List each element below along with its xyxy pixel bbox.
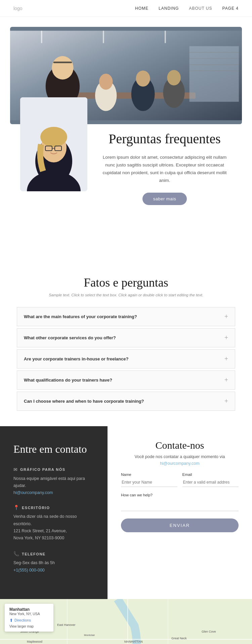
contact-phone-link[interactable]: +1(555) 000-000 (13, 568, 45, 573)
svg-rect-15 (190, 46, 239, 102)
directions-icon: ⬆ (9, 618, 13, 623)
svg-text:Great Neck: Great Neck (171, 637, 187, 640)
message-textarea[interactable] (121, 498, 239, 511)
hero-title: Perguntas frequentes (97, 131, 232, 147)
name-input[interactable] (121, 478, 177, 487)
faq-question-0: What are the main features of your corpo… (24, 314, 137, 319)
faq-title: Fatos e perguntas (17, 276, 235, 290)
submit-button[interactable]: ENVIAR (121, 518, 239, 532)
svg-point-12 (136, 70, 150, 87)
contact-left-title: Entre em contato (13, 443, 94, 455)
svg-point-10 (99, 73, 113, 90)
faq-plus-icon-2: + (224, 355, 228, 363)
contact-email-field: Email (182, 473, 239, 487)
name-label: Name (121, 473, 177, 477)
contact-right-title: Contate-nos (121, 440, 239, 451)
faq-question-3: What qualifications do your trainers hav… (24, 378, 112, 383)
contact-phone-text: Seg-Sex das 8h às 5h (13, 559, 94, 566)
nav-landing[interactable]: LANDING (159, 6, 179, 11)
faq-plus-icon-4: + (224, 397, 228, 405)
contact-email-text: Nossa equipe amigável está aqui para aju… (13, 475, 94, 490)
contact-phone-label: TELEFONE (22, 552, 46, 556)
contact-email-link[interactable]: hi@ourcompany.com (13, 490, 53, 495)
map-section: South Orange Maplewood East Hanover Mont… (0, 599, 252, 644)
faq-plus-icon-1: + (224, 334, 228, 342)
email-label: Email (182, 473, 239, 477)
logo: logo (13, 6, 22, 11)
contact-block-email: ✉ GRÁFICO PARA NÓS Nossa equipe amigável… (13, 467, 94, 496)
faq-item-3[interactable]: What qualifications do your trainers hav… (17, 370, 235, 390)
faq-plus-icon-3: + (224, 376, 228, 384)
svg-text:Glen Cove: Glen Cove (202, 630, 216, 633)
directions-row: ⬆ Directions (9, 618, 49, 623)
email-icon: ✉ (13, 467, 17, 473)
contact-email-label: GRÁFICO PARA NÓS (20, 467, 66, 472)
hero-section: Perguntas frequentes Lorem ipsum dolor s… (0, 17, 252, 242)
contact-block-office: 📍 ESCRITÓRIO Venha dizer olá na sede do … (13, 505, 94, 542)
nav-about[interactable]: ABOUT US (189, 6, 212, 11)
svg-rect-4 (165, 31, 166, 43)
svg-text:East Hanover: East Hanover (57, 623, 76, 627)
view-larger-map[interactable]: View larger map (9, 625, 49, 628)
contact-message-block: How can we help? (121, 492, 239, 512)
svg-text:MANHATTAN: MANHATTAN (124, 640, 143, 643)
message-label: How can we help? (121, 493, 153, 497)
location-icon: 📍 (13, 505, 19, 510)
faq-question-1: What other corporate services do you off… (24, 335, 116, 340)
nav-home[interactable]: HOME (135, 6, 149, 11)
map-pin-title: Manhattan (9, 607, 49, 612)
directions-label[interactable]: Directions (14, 618, 31, 622)
svg-point-7 (52, 56, 73, 80)
email-input[interactable] (182, 478, 239, 487)
contact-form-name-email-row: Name Email (121, 473, 239, 487)
faq-item-2[interactable]: Are your corporate trainers in-house or … (17, 349, 235, 368)
svg-rect-8 (53, 62, 72, 63)
hero-description: Lorem ipsum dolor sit amet, consectetur … (97, 154, 232, 185)
faq-subtitle: Sample text. Click to select the text bo… (17, 293, 235, 297)
contact-block-phone: 📞 TELEFONE Seg-Sex das 8h às 5h +1(555) … (13, 551, 94, 573)
contact-right-panel: Contate-nos Você pode nos contatar a qua… (108, 426, 252, 599)
phone-icon: 📞 (13, 551, 19, 557)
contact-office-label: ESCRITÓRIO (22, 506, 50, 510)
contact-right-email[interactable]: hi@ourcompany.com (121, 461, 239, 466)
contact-office-text: Venha dizer olá na sede do nosso escritó… (13, 513, 94, 542)
hero-portrait (20, 97, 87, 191)
faq-question-4: Can I choose where and when to have corp… (24, 399, 144, 404)
contact-left-panel: Entre em contato ✉ GRÁFICO PARA NÓS Noss… (0, 426, 108, 599)
svg-rect-3 (103, 31, 104, 43)
hero-button[interactable]: saber mais (142, 193, 187, 205)
map-pin-card: Manhattan New York, NY, USA ⬆ Directions… (5, 604, 53, 632)
faq-item-0[interactable]: What are the main features of your corpo… (17, 307, 235, 326)
svg-point-14 (167, 70, 180, 85)
faq-plus-icon-0: + (224, 313, 228, 320)
contact-name-field: Name (121, 473, 177, 487)
faq-item-4[interactable]: Can I choose where and when to have corp… (17, 392, 235, 411)
svg-point-24 (40, 127, 67, 147)
faq-question-2: Are your corporate trainers in-house or … (24, 356, 128, 361)
nav-links: HOME LANDING ABOUT US PAGE 4 (135, 6, 239, 11)
svg-text:Maplewood: Maplewood (27, 640, 42, 643)
map-pin-location: New York, NY, USA (9, 612, 49, 616)
svg-rect-2 (41, 31, 42, 43)
contact-section: Entre em contato ✉ GRÁFICO PARA NÓS Noss… (0, 426, 252, 599)
contact-right-subtitle: Você pode nos contatar a qualquer moment… (121, 454, 239, 459)
faq-item-1[interactable]: What other corporate services do you off… (17, 328, 235, 347)
nav-page4[interactable]: PAGE 4 (222, 6, 239, 11)
faq-section: Fatos e perguntas Sample text. Click to … (0, 262, 252, 426)
hero-content: Perguntas frequentes Lorem ipsum dolor s… (87, 124, 242, 215)
svg-text:Montclair: Montclair (84, 634, 95, 637)
navigation: logo HOME LANDING ABOUT US PAGE 4 (0, 0, 252, 17)
